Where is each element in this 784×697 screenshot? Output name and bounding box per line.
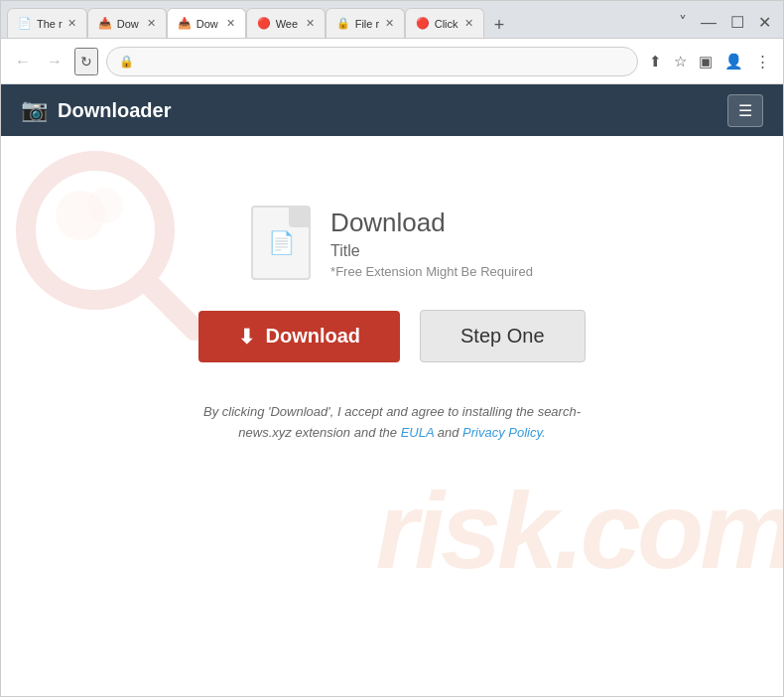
tab-6[interactable]: 🔴 Click ✕	[405, 8, 484, 38]
extensions-icon[interactable]: ▣	[696, 50, 716, 73]
tab-3-favicon: 📥	[178, 17, 192, 31]
tab-2-close[interactable]: ✕	[147, 17, 156, 30]
disclaimer-text: By clicking 'Download', I accept and agr…	[184, 402, 600, 444]
tab-1-favicon: 📄	[18, 17, 32, 31]
hamburger-icon: ☰	[738, 102, 752, 119]
tab-3-title: Dow	[196, 18, 221, 30]
browser-frame: 📄 The r ✕ 📥 Dow ✕ 📥 Dow ✕ 🔴 Wee ✕ 🔒 File…	[0, 0, 784, 697]
address-input[interactable]: 🔒	[106, 47, 638, 76]
tab-5-close[interactable]: ✕	[385, 17, 394, 30]
main-area: risk.com 📄 Download Title *Free Extensio…	[1, 136, 783, 632]
file-symbol: 📄	[268, 230, 295, 256]
maximize-button[interactable]: ☐	[724, 11, 750, 34]
privacy-link[interactable]: Privacy Policy.	[462, 425, 546, 440]
tab-2-favicon: 📥	[98, 17, 112, 31]
download-button-label: Download	[265, 325, 360, 348]
toolbar-icons: ⬆ ☆ ▣ 👤 ⋮	[646, 50, 773, 73]
download-card: 📄 Download Title *Free Extension Might B…	[184, 206, 600, 444]
tab-3[interactable]: 📥 Dow ✕	[167, 8, 246, 38]
file-info: 📄 Download Title *Free Extension Might B…	[251, 206, 533, 280]
tab-6-close[interactable]: ✕	[464, 17, 473, 30]
address-bar: ← → ↻ 🔒 ⬆ ☆ ▣ 👤 ⋮	[1, 39, 783, 84]
step-button-label: Step One	[460, 325, 545, 347]
tab-6-favicon: 🔴	[416, 17, 430, 31]
svg-point-3	[87, 188, 123, 223]
eula-link[interactable]: EULA	[401, 425, 434, 440]
svg-point-2	[56, 191, 105, 240]
tab-6-title: Click	[435, 18, 459, 30]
site-logo: 📷 Downloader	[21, 97, 171, 123]
tab-3-close[interactable]: ✕	[226, 17, 235, 30]
window-controls: ˅ — ☐ ✕	[673, 11, 777, 38]
file-note: *Free Extension Might Be Required	[330, 264, 533, 279]
menu-icon[interactable]: ⋮	[752, 50, 773, 73]
tab-4[interactable]: 🔴 Wee ✕	[246, 8, 326, 38]
lock-icon: 🔒	[119, 55, 134, 69]
download-arrow-icon: ⬇	[238, 325, 255, 348]
watermark-text: risk.com	[376, 467, 783, 593]
site-title: Downloader	[58, 99, 171, 122]
tab-4-title: Wee	[276, 18, 301, 30]
refresh-button[interactable]: ↻	[74, 48, 98, 75]
tab-bar: 📄 The r ✕ 📥 Dow ✕ 📥 Dow ✕ 🔴 Wee ✕ 🔒 File…	[1, 1, 783, 39]
collapse-button[interactable]: ˅	[673, 11, 693, 34]
watermark-magnifier	[11, 146, 209, 345]
tab-5-title: File r	[355, 18, 380, 30]
tab-5-favicon: 🔒	[336, 17, 350, 31]
profile-icon[interactable]: 👤	[721, 50, 746, 73]
close-button[interactable]: ✕	[752, 11, 777, 34]
logo-icon: 📷	[21, 97, 48, 123]
file-heading: Download	[330, 208, 533, 238]
forward-button[interactable]: →	[43, 49, 66, 74]
tab-1-close[interactable]: ✕	[67, 17, 76, 30]
svg-point-0	[26, 161, 165, 300]
tab-1[interactable]: 📄 The r ✕	[7, 8, 87, 38]
file-title: Title	[330, 242, 533, 260]
tab-5[interactable]: 🔒 File r ✕	[326, 8, 405, 38]
page-content: 📷 Downloader ☰ risk.com	[1, 84, 783, 696]
tab-2-title: Dow	[117, 18, 142, 30]
minimize-button[interactable]: —	[695, 12, 722, 34]
download-button[interactable]: ⬇ Download	[198, 311, 400, 362]
new-tab-button[interactable]: +	[488, 13, 511, 38]
navbar-toggle-button[interactable]: ☰	[727, 94, 763, 127]
action-buttons: ⬇ Download Step One	[198, 310, 585, 362]
tab-4-favicon: 🔴	[257, 17, 271, 31]
tab-4-close[interactable]: ✕	[306, 17, 315, 30]
bookmark-icon[interactable]: ☆	[671, 50, 690, 73]
tab-2[interactable]: 📥 Dow ✕	[87, 8, 167, 38]
file-icon: 📄	[251, 206, 311, 280]
back-button[interactable]: ←	[11, 49, 35, 74]
tab-1-title: The r	[37, 18, 63, 30]
share-icon[interactable]: ⬆	[646, 50, 665, 73]
step-one-button[interactable]: Step One	[420, 310, 586, 362]
site-navbar: 📷 Downloader ☰	[1, 84, 783, 136]
file-details: Download Title *Free Extension Might Be …	[330, 208, 533, 279]
